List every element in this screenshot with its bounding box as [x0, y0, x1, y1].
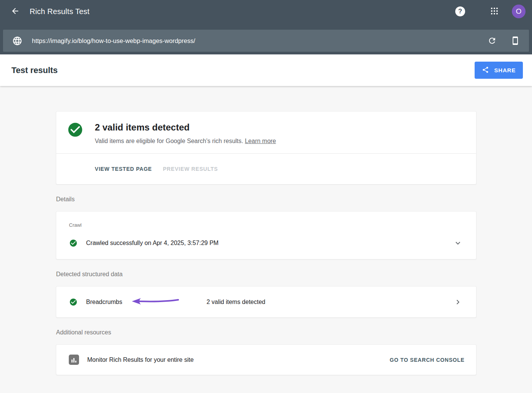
crawl-expand-button[interactable] — [453, 239, 462, 248]
app-title: Rich Results Test — [30, 7, 90, 16]
result-summary-card: 2 valid items detected Valid items are e… — [56, 111, 477, 185]
apps-grid-icon — [490, 6, 499, 17]
structured-data-open-button[interactable] — [453, 298, 462, 307]
result-title: 2 valid items detected — [95, 122, 276, 133]
check-circle-icon — [67, 121, 84, 145]
page-title: Test results — [11, 65, 58, 75]
monitor-resource-label: Monitor Rich Results for your entire sit… — [87, 356, 194, 363]
crawl-card: Crawl Crawled successfully on Apr 4, 202… — [56, 211, 477, 259]
smartphone-icon — [511, 36, 520, 45]
view-tested-page-button[interactable]: VIEW TESTED PAGE — [95, 166, 152, 172]
refresh-button[interactable] — [488, 36, 497, 45]
crawl-status-row: Crawled successfully on Apr 4, 2025, 3:5… — [69, 239, 466, 248]
share-icon — [482, 66, 489, 75]
help-button[interactable]: ? — [455, 6, 465, 16]
check-circle-icon — [69, 298, 78, 306]
top-bar: Rich Results Test ? O — [0, 0, 532, 23]
back-button[interactable] — [11, 6, 20, 17]
details-section-label: Details — [56, 196, 477, 203]
tested-url[interactable]: https://imagify.io/blog/how-to-use-webp-… — [32, 37, 195, 45]
url-actions — [488, 36, 520, 45]
result-summary-main: 2 valid items detected Valid items are e… — [56, 111, 476, 153]
resources-section-label: Additional resources — [56, 329, 477, 336]
result-subtitle: Valid items are eligible for Google Sear… — [95, 138, 276, 145]
preview-results-button[interactable]: PREVIEW RESULTS — [163, 166, 218, 172]
url-bar: https://imagify.io/blog/how-to-use-webp-… — [3, 30, 529, 52]
go-to-search-console-button[interactable]: GO TO SEARCH CONSOLE — [390, 357, 465, 363]
device-toggle-button[interactable] — [511, 36, 520, 45]
arrow-left-icon — [11, 6, 20, 17]
result-subtitle-text: Valid items are eligible for Google Sear… — [95, 138, 243, 144]
share-button-label: SHARE — [494, 67, 516, 73]
apps-grid-button[interactable] — [490, 6, 499, 17]
crawl-status-text: Crawled successfully on Apr 4, 2025, 3:5… — [86, 240, 219, 247]
chevron-down-icon — [453, 239, 462, 248]
results-content: 2 valid items detected Valid items are e… — [56, 86, 477, 375]
structured-data-row-breadcrumbs[interactable]: Breadcrumbs 2 valid items detected — [56, 286, 477, 318]
bar-chart-icon — [69, 355, 79, 365]
globe-icon — [12, 36, 22, 46]
structured-data-detail: 2 valid items detected — [207, 299, 266, 305]
top-actions: ? O — [455, 5, 532, 18]
structured-data-name: Breadcrumbs — [86, 299, 207, 305]
learn-more-link[interactable]: Learn more — [245, 138, 276, 144]
structured-data-section-label: Detected structured data — [56, 271, 477, 278]
title-bar: Test results SHARE — [0, 54, 532, 86]
crawl-label: Crawl — [69, 222, 466, 228]
app-header: Rich Results Test ? O https://imagify.io… — [0, 0, 532, 54]
help-icon: ? — [458, 8, 462, 15]
chevron-right-icon — [453, 298, 462, 307]
result-actions: VIEW TESTED PAGE PREVIEW RESULTS — [56, 154, 476, 184]
refresh-icon — [488, 36, 497, 45]
share-button[interactable]: SHARE — [475, 62, 523, 79]
monitor-resource-card: Monitor Rich Results for your entire sit… — [56, 344, 477, 375]
check-circle-icon — [69, 239, 78, 247]
result-texts: 2 valid items detected Valid items are e… — [95, 121, 276, 145]
avatar[interactable]: O — [512, 5, 526, 18]
